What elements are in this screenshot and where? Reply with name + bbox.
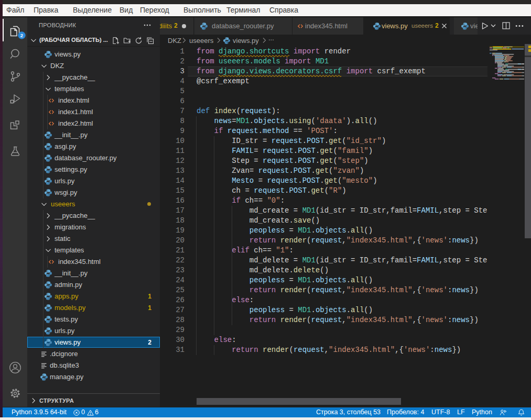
svg-text:2: 2 bbox=[20, 32, 23, 38]
